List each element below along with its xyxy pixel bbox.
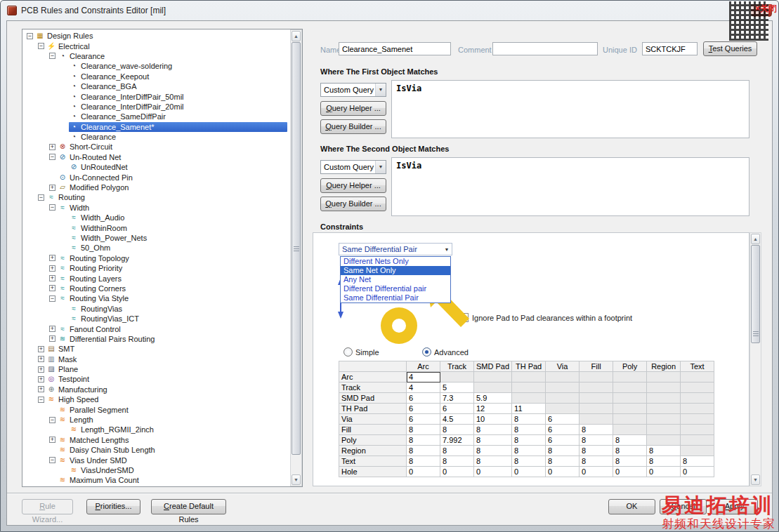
first-scope-dropdown[interactable]: Custom Query ▼ xyxy=(320,83,386,97)
net-dropdown-option[interactable]: Any Net xyxy=(341,275,450,284)
matrix-cell[interactable]: 8 xyxy=(474,456,512,467)
tree-row[interactable]: − ▦ Design Rules xyxy=(23,31,289,41)
matrix-cell[interactable]: 6 xyxy=(546,414,580,425)
tree-row[interactable]: ≋ ViasUnderSMD xyxy=(23,465,289,475)
tree-row[interactable]: + ≋ Differential Pairs Routing xyxy=(23,334,289,344)
matrix-cell[interactable]: 8 xyxy=(546,456,580,467)
tree-row[interactable]: − ≋ Vias Under SMD xyxy=(23,455,289,465)
matrix-cell[interactable]: 0 xyxy=(647,467,681,477)
matrix-cell[interactable]: 8 xyxy=(512,425,546,435)
matrix-cell[interactable]: 7.992 xyxy=(440,435,474,446)
tree-row[interactable]: + ▤ SMT xyxy=(23,344,289,354)
second-scope-dropdown[interactable]: Custom Query ▼ xyxy=(320,160,386,174)
matrix-cell[interactable]: 6 xyxy=(407,414,440,425)
matrix-cell[interactable]: 8 xyxy=(613,456,647,467)
matrix-cell[interactable]: 5.9 xyxy=(474,393,512,404)
tree-expander-icon[interactable]: − xyxy=(38,194,44,201)
matrix-cell[interactable]: 8 xyxy=(546,446,580,456)
constraints-scrollbar-thumb[interactable] xyxy=(751,245,760,343)
tree-row[interactable]: ≈ RoutingVias xyxy=(23,304,289,314)
priorities-button[interactable]: Priorities... xyxy=(86,499,140,514)
tree-row[interactable]: − ≋ Length xyxy=(23,415,289,425)
matrix-cell[interactable]: 8 xyxy=(474,435,512,446)
ok-button[interactable]: OK xyxy=(608,499,655,514)
tree-expander-icon[interactable]: + xyxy=(38,356,44,362)
matrix-cell[interactable]: 8 xyxy=(512,456,546,467)
tree-row[interactable]: ≈ Width_Power_Nets xyxy=(23,233,289,243)
tree-row[interactable]: ◔ Clearance_wave-soldering xyxy=(23,61,289,71)
matrix-cell[interactable]: 6 xyxy=(407,393,440,404)
tree-row[interactable]: ◔ Clearance_Samenet* xyxy=(23,122,289,132)
matrix-cell[interactable]: 8 xyxy=(474,425,512,435)
tree-row[interactable]: + ≈ Routing Corners xyxy=(23,284,289,293)
net-scope-dropdown[interactable]: Same Differential Pair ▼ xyxy=(339,243,452,255)
tree-expander-icon[interactable]: + xyxy=(49,185,55,191)
matrix-cell[interactable]: 6 xyxy=(546,425,580,435)
second-query-builder-button[interactable]: Query Builder ... xyxy=(320,197,386,211)
tree-row[interactable]: − ⊘ Un-Routed Net xyxy=(23,152,289,162)
matrix-cell[interactable]: 0 xyxy=(407,467,440,477)
tree-row[interactable]: ◔ Clearance_SameDiffPair xyxy=(23,112,289,121)
tree-expander-icon[interactable]: + xyxy=(49,275,55,281)
first-query-helper-button[interactable]: Query Helper ... xyxy=(320,101,386,116)
tree-row[interactable]: + ▱ Modified Polygon xyxy=(23,182,289,192)
name-input[interactable] xyxy=(339,42,451,55)
matrix-cell[interactable]: 8 xyxy=(613,435,647,446)
matrix-cell[interactable]: 6 xyxy=(546,435,580,446)
matrix-cell[interactable]: 4.5 xyxy=(440,414,474,425)
tree-row[interactable]: + ⊗ Short-Circuit xyxy=(23,142,289,152)
scroll-down-icon[interactable]: ▼ xyxy=(751,474,760,485)
matrix-cell[interactable]: 8 xyxy=(407,425,440,435)
tree-expander-icon[interactable]: + xyxy=(38,376,44,383)
matrix-cell[interactable]: 0 xyxy=(613,467,647,477)
matrix-cell[interactable]: 8 xyxy=(407,446,440,456)
matrix-cell[interactable]: 8 xyxy=(681,456,714,467)
tree-expander-icon[interactable]: − xyxy=(49,457,55,463)
tree-row[interactable]: + ◎ Testpoint xyxy=(23,374,289,384)
matrix-cell[interactable]: 8 xyxy=(440,425,474,435)
matrix-cell[interactable]: 8 xyxy=(647,446,681,456)
tree-expander-icon[interactable]: + xyxy=(49,285,55,291)
comment-input[interactable] xyxy=(492,42,598,55)
matrix-cell[interactable]: 0 xyxy=(681,467,714,477)
matrix-cell[interactable]: 8 xyxy=(580,435,613,446)
tree-expander-icon[interactable]: + xyxy=(49,335,55,342)
tree-row[interactable]: + ≈ Fanout Control xyxy=(23,324,289,333)
second-query-helper-button[interactable]: Query Helper ... xyxy=(320,178,386,193)
tree-row[interactable]: ◔ Clearance xyxy=(23,132,289,142)
tree-expander-icon[interactable]: + xyxy=(49,326,55,332)
tree-row[interactable]: − ⚡ Electrical xyxy=(23,41,289,51)
scroll-up-icon[interactable]: ▲ xyxy=(292,31,301,41)
tree-row[interactable]: ⊘ UnRoutedNet xyxy=(23,162,289,172)
matrix-cell[interactable]: 0 xyxy=(440,467,474,477)
tree-row[interactable]: + ≋ Matched Lengths xyxy=(23,435,289,445)
tree-row[interactable]: ◔ Clearance_Keepout xyxy=(23,72,289,81)
tree-row[interactable]: + ⊕ Manufacturing xyxy=(23,385,289,394)
tree-row[interactable]: ◔ Clearance_BGA xyxy=(23,81,289,91)
tree-expander-icon[interactable]: + xyxy=(38,366,44,373)
matrix-cell[interactable]: 0 xyxy=(580,467,613,477)
tree-row[interactable]: − ≈ Routing Via Style xyxy=(23,293,289,303)
matrix-cell[interactable]: 8 xyxy=(512,435,546,446)
matrix-cell[interactable]: 8 xyxy=(512,446,546,456)
tree-expander-icon[interactable]: − xyxy=(49,295,55,302)
tree-expander-icon[interactable]: + xyxy=(49,437,55,443)
matrix-cell[interactable]: 8 xyxy=(474,446,512,456)
constraints-scrollbar[interactable]: ▲ ▼ xyxy=(749,232,761,486)
first-query-builder-button[interactable]: Query Builder ... xyxy=(320,119,386,134)
tree-row[interactable]: ◔ Clearance_InterDiffPair_20mil xyxy=(23,102,289,112)
second-query-editor[interactable]: IsVia xyxy=(391,157,749,216)
tree-row[interactable]: + ≈ Routing Topology xyxy=(23,253,289,263)
matrix-cell[interactable]: 8 xyxy=(580,425,613,435)
matrix-cell[interactable]: 10 xyxy=(474,414,512,425)
tree-expander-icon[interactable]: + xyxy=(38,346,44,352)
tree-row[interactable]: ≋ Parallel Segment xyxy=(23,404,289,414)
tree-scrollbar[interactable]: ▲ ▼ xyxy=(290,29,302,486)
tree-row[interactable]: ≈ RoutingVias_ICT xyxy=(23,314,289,324)
tree-row[interactable]: + ≈ Routing Priority xyxy=(23,263,289,273)
tree-expander-icon[interactable]: − xyxy=(38,397,44,403)
matrix-cell[interactable]: 8 xyxy=(647,456,681,467)
matrix-cell[interactable]: 5 xyxy=(440,383,474,393)
tree-row[interactable]: ⊙ Un-Connected Pin xyxy=(23,172,289,182)
tree-expander-icon[interactable]: + xyxy=(49,265,55,272)
